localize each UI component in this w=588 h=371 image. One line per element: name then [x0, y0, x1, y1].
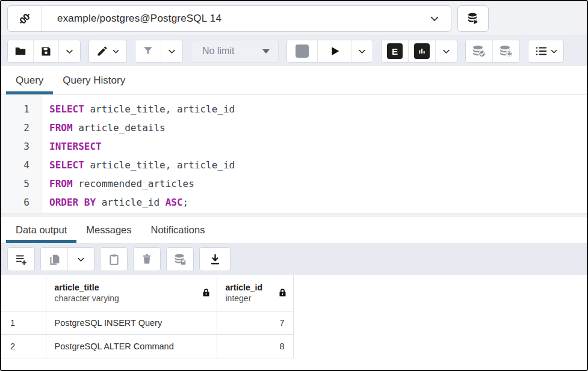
- filter-menu-button[interactable]: [161, 40, 182, 62]
- cell-article-title[interactable]: PostgreSQL INSERT Query: [46, 311, 217, 334]
- tab-messages[interactable]: Messages: [76, 217, 141, 243]
- commit-database-icon: [471, 43, 487, 59]
- copy-icon: [48, 253, 61, 266]
- paste-group: [100, 247, 128, 271]
- new-connection-database-icon: [466, 11, 480, 26]
- row-number-cell[interactable]: 2: [1, 334, 46, 358]
- row-limit-select[interactable]: No limit: [191, 40, 279, 63]
- explain-button-group: E: [381, 40, 457, 63]
- code-line[interactable]: FROM recommended_articles: [49, 174, 587, 193]
- add-row-icon: [14, 253, 28, 266]
- line-number: 6: [1, 193, 29, 212]
- delete-group: [133, 247, 161, 271]
- macros-list-icon: [534, 44, 548, 58]
- lock-icon: [202, 288, 211, 297]
- header-row: article_title character varying article_…: [1, 275, 293, 311]
- macros-menu-button[interactable]: [528, 40, 563, 62]
- chevron-down-icon: [262, 49, 270, 54]
- download-button[interactable]: [200, 248, 230, 271]
- cell-article-id[interactable]: 8: [217, 334, 293, 358]
- table-row: 2PostgreSQL ALTER Command8: [1, 334, 293, 358]
- paste-button[interactable]: [101, 248, 127, 271]
- chevron-down-icon: [357, 47, 367, 56]
- sql-editor[interactable]: 123456 SELECT article_title, article_idF…: [1, 95, 587, 213]
- data-output-toolbar: [1, 244, 587, 275]
- file-button-group: [7, 40, 81, 63]
- grid-corner-cell[interactable]: [1, 275, 46, 311]
- download-group: [199, 247, 231, 271]
- copy-group: [40, 247, 94, 271]
- save-data-group: [166, 247, 194, 271]
- code-line[interactable]: INTERSECT: [49, 137, 587, 156]
- column-type: character varying: [55, 293, 119, 304]
- filter-button[interactable]: [135, 40, 161, 62]
- connection-bar: example/postgres@PostgreSQL 14: [1, 1, 587, 36]
- save-button[interactable]: [33, 40, 58, 62]
- download-icon: [209, 253, 221, 266]
- line-number: 4: [1, 156, 29, 174]
- explain-menu-button[interactable]: [435, 40, 457, 62]
- line-number-gutter: 123456: [1, 95, 42, 213]
- execute-play-icon: [328, 44, 341, 58]
- explain-analyze-chart-icon: [414, 43, 430, 59]
- stop-button[interactable]: [287, 40, 317, 62]
- explain-button[interactable]: E: [382, 40, 408, 62]
- chevron-down-icon: [418, 6, 451, 31]
- chevron-down-icon: [112, 48, 120, 55]
- row-number-cell[interactable]: 1: [1, 311, 46, 334]
- rollback-database-icon: [498, 43, 514, 59]
- add-row-button[interactable]: [8, 248, 34, 271]
- stop-icon: [296, 44, 309, 58]
- tab-query-history[interactable]: Query History: [53, 66, 135, 94]
- cell-article-title[interactable]: PostgreSQL ALTER Command: [46, 334, 217, 358]
- edit-menu-button[interactable]: [89, 40, 126, 62]
- column-name: article_id: [226, 282, 262, 293]
- column-header-article-title[interactable]: article_title character varying: [46, 275, 217, 311]
- new-connection-button[interactable]: [457, 5, 489, 32]
- save-data-button[interactable]: [167, 248, 193, 271]
- tab-query[interactable]: Query: [6, 66, 53, 94]
- panel-divider[interactable]: [1, 213, 587, 217]
- save-menu-button[interactable]: [58, 40, 80, 62]
- open-file-icon: [14, 44, 27, 58]
- code-line[interactable]: SELECT article_title, article_id: [49, 100, 587, 118]
- tab-data-output[interactable]: Data output: [6, 217, 76, 243]
- delete-button[interactable]: [134, 248, 160, 271]
- execute-button[interactable]: [317, 40, 351, 62]
- data-output-grid: article_title character varying article_…: [1, 275, 587, 370]
- edit-pencil-icon: [96, 45, 108, 57]
- chevron-down-icon: [65, 47, 74, 56]
- line-number: 3: [1, 137, 29, 156]
- save-icon: [40, 45, 52, 58]
- cell-article-id[interactable]: 7: [217, 311, 293, 334]
- copy-menu-button[interactable]: [67, 248, 94, 271]
- line-number: 5: [1, 174, 29, 193]
- execute-menu-button[interactable]: [351, 40, 373, 62]
- query-tool-window: example/postgres@PostgreSQL 14: [0, 0, 588, 371]
- chevron-down-icon: [550, 48, 558, 55]
- rollback-button[interactable]: [492, 40, 519, 62]
- results-table-body: 1PostgreSQL INSERT Query72PostgreSQL ALT…: [1, 311, 293, 358]
- code-line[interactable]: SELECT article_title, article_id: [49, 156, 587, 174]
- results-table: article_title character varying article_…: [1, 275, 294, 358]
- open-file-button[interactable]: [8, 40, 33, 62]
- connection-plug-icon: [8, 6, 42, 31]
- edit-button-group: [88, 40, 127, 63]
- code-line[interactable]: ORDER BY article_id ASC;: [49, 193, 587, 212]
- commit-button[interactable]: [466, 40, 492, 62]
- code-line[interactable]: FROM article_details: [49, 118, 587, 137]
- chevron-down-icon: [76, 255, 85, 264]
- add-row-group: [7, 247, 35, 271]
- column-name: article_title: [55, 282, 119, 293]
- copy-button[interactable]: [41, 248, 67, 271]
- explain-icon: E: [387, 43, 403, 59]
- connection-select[interactable]: example/postgres@PostgreSQL 14: [7, 5, 451, 32]
- tab-notifications[interactable]: Notifications: [141, 217, 215, 243]
- sql-code[interactable]: SELECT article_title, article_idFROM art…: [42, 95, 587, 213]
- column-header-article-id[interactable]: article_id integer: [217, 275, 293, 311]
- explain-analyze-button[interactable]: [408, 40, 435, 62]
- connection-value: example/postgres@PostgreSQL 14: [42, 6, 418, 31]
- line-number: 2: [1, 118, 29, 137]
- filter-icon: [142, 45, 154, 57]
- output-tab-bar: Data output Messages Notifications: [1, 217, 587, 244]
